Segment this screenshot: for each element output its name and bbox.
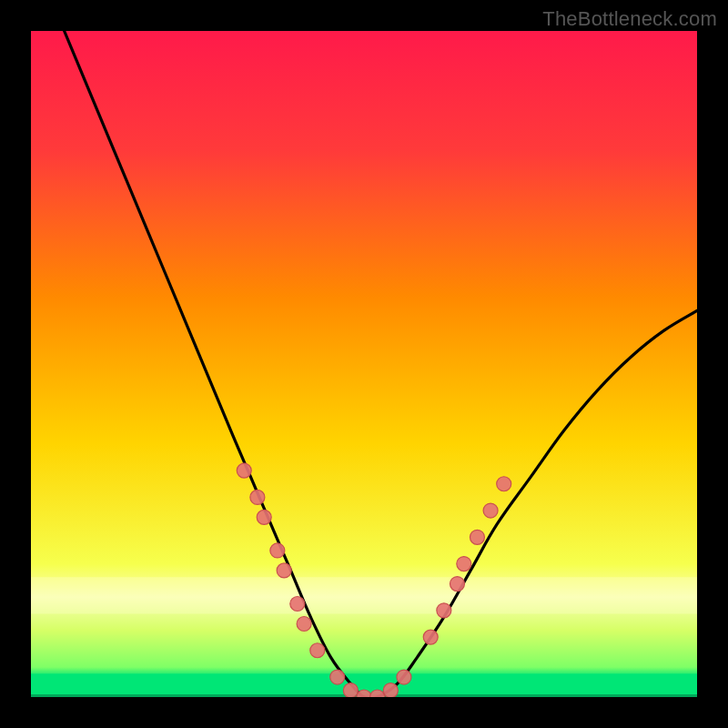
svg-point-4 [237,463,251,478]
svg-point-23 [483,503,498,518]
svg-point-5 [250,490,265,504]
svg-point-19 [437,603,451,618]
svg-point-17 [397,670,411,684]
svg-point-6 [257,510,271,524]
svg-point-13 [343,683,358,697]
svg-point-24 [497,477,511,491]
chart-svg [31,31,697,697]
svg-point-18 [423,630,438,644]
svg-point-9 [290,597,305,612]
watermark-text: TheBottleneck.com [542,7,717,31]
svg-point-20 [450,577,464,592]
svg-point-10 [297,616,311,631]
svg-point-7 [270,543,285,558]
chart-frame: TheBottleneck.com [0,0,728,728]
svg-point-12 [330,670,345,684]
svg-point-22 [470,530,484,544]
svg-point-8 [277,563,291,578]
svg-point-21 [457,557,471,571]
svg-point-11 [310,643,325,658]
plot-area [31,31,697,697]
svg-rect-1 [31,577,697,613]
svg-point-16 [383,683,398,697]
